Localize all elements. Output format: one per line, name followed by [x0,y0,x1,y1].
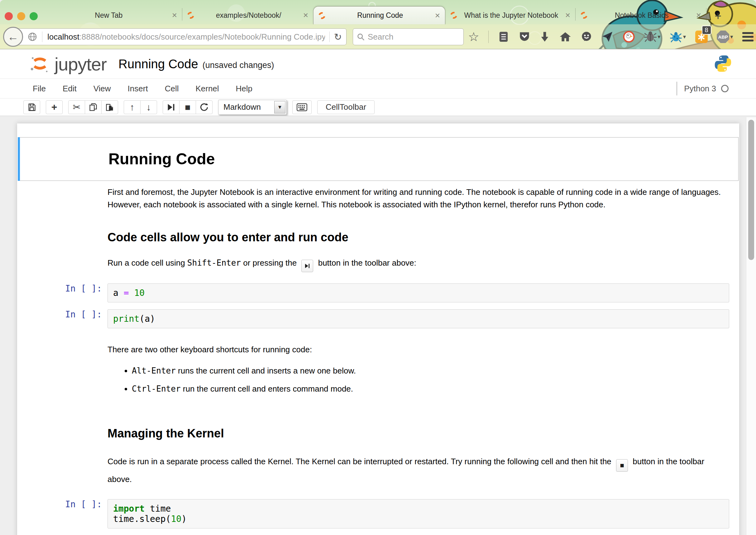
markdown-cell[interactable]: There are two other keyboard shortcuts f… [17,343,739,356]
tab-close-icon[interactable]: × [696,11,701,20]
notebook-toolbar: + ✂ ↑ ↓ [0,99,756,116]
window-controls [5,12,38,20]
menu-edit[interactable]: Edit [54,84,85,94]
search-bar[interactable] [353,28,464,45]
python-logo-icon [714,54,732,73]
shortcut-text: runs the current cell and inserts a new … [176,366,356,375]
run-cell-button[interactable] [163,100,179,114]
cell-type-select[interactable]: Markdown ▼ [218,100,287,115]
notebook-h1: Running Code [108,150,215,168]
input-prompt: In [ ]: [39,283,108,302]
reading-list-icon[interactable] [498,31,509,43]
bug-addon-icon[interactable]: ▾ [644,31,660,43]
edit-group: ✂ [68,100,118,114]
tab-close-icon[interactable]: × [435,11,440,20]
menu-file[interactable]: File [24,84,54,94]
download-icon[interactable] [539,31,550,43]
navigation-toolbar: ← localhost:8888/notebooks/docs/source/e… [0,24,756,49]
page-scrollbar[interactable] [746,117,756,535]
reload-button[interactable]: ↻ [334,32,342,42]
notebook-title[interactable]: Running Code [119,57,198,71]
back-button[interactable]: ← [3,27,23,47]
markdown-cell[interactable]: First and foremost, the Jupyter Notebook… [17,186,739,211]
menu-cell[interactable]: Cell [156,84,187,94]
tab-label: Running Code [325,11,435,20]
url-text[interactable]: localhost:8888/notebooks/docs/source/exa… [47,32,325,42]
save-button[interactable] [23,100,40,114]
arrow-up-icon: ↑ [130,102,135,113]
menu-help[interactable]: Help [228,84,261,94]
shortcuts-intro: There are two other keyboard shortcuts f… [108,343,312,356]
prompt-spacer [39,364,108,401]
abp-label: ABP [717,31,729,43]
home-icon[interactable] [559,31,571,42]
url-host: localhost [47,32,79,42]
toolbar-separator [488,31,489,43]
menu-insert[interactable]: Insert [119,84,156,94]
run-instruction: Run a code cell using Shift-Enter or pre… [108,257,416,272]
markdown-cell[interactable]: Alt-Enter runs the current cell and inse… [17,364,739,401]
tab-close-icon[interactable]: × [303,11,308,20]
restart-kernel-button[interactable] [196,100,212,114]
bookmark-star-icon[interactable]: ☆ [468,31,479,43]
prompt-spacer [39,186,108,211]
code-cell[interactable]: In [ ]: import time time.sleep(10) [17,499,739,528]
url-bar[interactable]: localhost:8888/notebooks/docs/source/exa… [14,28,346,45]
selected-markdown-cell[interactable]: Running Code [18,137,739,181]
move-cell-up-button[interactable]: ↑ [124,100,141,114]
select-arrow-icon[interactable]: ▼ [274,101,285,113]
section-heading-code-cells: Code cells allow you to enter and run co… [108,231,348,244]
beetle-addon-icon[interactable]: ▾ [670,31,686,43]
tab-new-tab[interactable]: New Tab × [40,6,182,24]
pocket-icon[interactable] [519,31,530,43]
interrupt-kernel-button[interactable]: ■ [179,100,196,114]
markdown-cell[interactable]: Code cells allow you to enter and run co… [17,231,739,244]
markdown-cell[interactable]: Managing the Kernel [17,427,739,440]
shortcut-text: run the current cell and enters command … [181,384,353,393]
jupyter-logo-text[interactable]: jupyter [55,54,107,74]
code-input-area[interactable]: a = 10 [108,283,729,302]
minimize-window-button[interactable] [17,12,25,20]
tab-running-code[interactable]: Running Code × [313,6,445,24]
tab-close-icon[interactable]: × [172,11,177,20]
code-input-area[interactable]: print(a) [108,309,729,328]
search-icon [357,32,364,41]
markdown-cell[interactable]: Code is run in a separate process called… [17,454,739,487]
duckduckgo-icon[interactable] [623,31,635,43]
tab-examples-notebook[interactable]: examples/Notebook/ × [182,6,313,24]
code-token: time.sleep( [113,514,171,524]
insert-cell-button[interactable]: + [46,100,63,114]
markdown-cell[interactable]: Run a code cell using Shift-Enter or pre… [17,257,739,272]
paste-cell-button[interactable] [101,100,118,114]
maximize-window-button[interactable] [30,12,38,20]
menu-hamburger-icon[interactable] [742,32,753,42]
code-cell[interactable]: In [ ]: print(a) [17,309,739,328]
tab-what-is-jupyter[interactable]: What is the Jupyter Notebook × [445,6,575,24]
new-tab-button[interactable]: + [715,10,721,22]
asterisk-addon-icon[interactable]: ∗ 8 [695,31,708,43]
search-input[interactable] [368,32,460,42]
tab-label: What is the Jupyter Notebook [457,11,565,20]
adblock-plus-icon[interactable]: ABP ▾ [717,31,733,43]
cut-cell-button[interactable]: ✂ [68,100,85,114]
code-line: import time [113,503,724,514]
scrollbar-thumb[interactable] [748,120,754,260]
tab-notebook-basics[interactable]: Notebook Basics × [576,6,706,24]
refresh-icon [200,103,208,112]
move-cell-down-button[interactable]: ↓ [140,100,157,114]
send-tab-icon[interactable] [602,31,613,43]
code-input-area[interactable]: import time time.sleep(10) [108,499,729,528]
copy-cell-button[interactable] [85,100,102,114]
url-path: :8888/notebooks/docs/source/examples/Not… [79,32,325,42]
close-window-button[interactable] [5,12,13,20]
tab-close-icon[interactable]: × [565,11,570,20]
tab-bar: New Tab × examples/Notebook/ × Running C… [0,0,756,24]
command-palette-button[interactable] [292,100,311,114]
forum-smiley-icon[interactable] [580,31,592,43]
inline-run-button-icon [301,260,313,272]
code-cell[interactable]: In [ ]: a = 10 [17,283,739,302]
menu-view[interactable]: View [85,84,119,94]
jupyter-logo-icon[interactable] [30,54,50,74]
cell-toolbar-button[interactable]: CellToolbar [317,100,375,114]
menu-kernel[interactable]: Kernel [187,84,227,94]
